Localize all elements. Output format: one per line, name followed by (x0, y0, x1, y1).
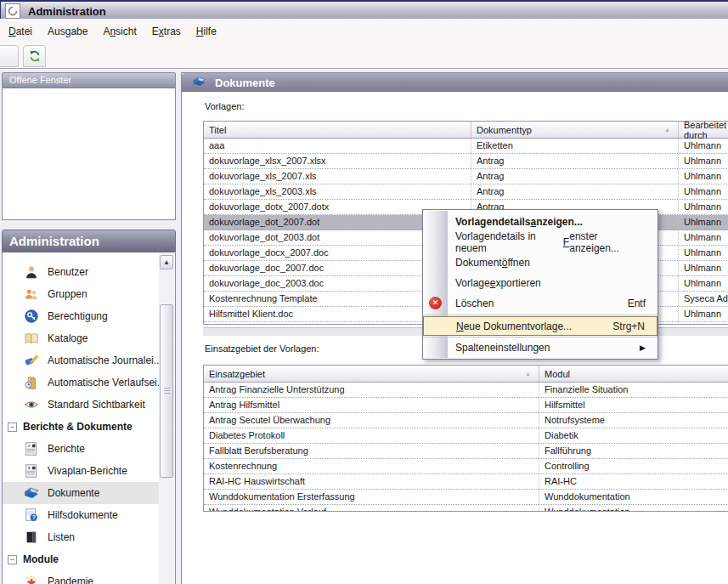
sidebar-item-label: Hilfsdokumente (48, 509, 118, 521)
sidebar-item-label: Automatische Journalei... (48, 354, 162, 366)
permission-icon (23, 308, 40, 325)
sidebar-item-berichte[interactable]: Berichte (3, 438, 159, 460)
sidebar-item-benutzer[interactable]: Benutzer (3, 261, 159, 283)
sidebar-item-label: Pandemie (48, 575, 93, 584)
column-header-einsatzgebiet[interactable]: Einsatzgebiet▲ (204, 366, 539, 382)
menu-item-vorlagendetails-neues-fenster[interactable]: Vorlagendetails in neuem Fenster anzeige… (423, 232, 657, 252)
sort-asc-icon: ▲ (525, 371, 531, 377)
vorlagen-label: Vorlagen: (205, 101, 244, 111)
scrollbar-up-arrow[interactable]: ▲ (160, 255, 173, 269)
sidebar-item-label: Automatische Verlaufsei... (48, 377, 166, 388)
sidebar-group-berichte-dokumente[interactable]: − Berichte & Dokumente (3, 416, 175, 438)
table-row[interactable]: Antrag Secutel ÜberwachungNotrufsysteme (204, 413, 728, 428)
table-row[interactable]: Fallblatt BerufsberatungFallführung (204, 444, 728, 459)
menu-item-loeschen[interactable]: ✕ Löschen Entf (423, 293, 657, 314)
sidebar-item-pandemie[interactable]: Pandemie (3, 570, 159, 584)
user-icon (23, 264, 40, 281)
sort-asc-icon: ▲ (664, 127, 670, 133)
menu-bar: Datei Ausgabe Ansicht Extras Hilfe (0, 19, 728, 44)
column-header-titel[interactable]: Titel (204, 122, 471, 138)
menu-item-vorlagendetails-anzeigen[interactable]: Vorlagendetails anzeigen... (423, 212, 657, 232)
collapse-icon[interactable]: − (8, 422, 17, 432)
menu-extras[interactable]: Extras (146, 23, 187, 40)
context-menu: Vorlagendetails anzeigen... Vorlagendeta… (422, 209, 658, 360)
table-row[interactable]: dokuvorlage_xls_2003.xlsAntragUhlmann (204, 184, 728, 200)
sidebar-item-label: Kataloge (48, 332, 87, 344)
shortcut-strg-n: Strg+N (612, 320, 645, 332)
open-windows-header-label: Offene Fenster (9, 75, 71, 85)
open-windows-header: Offene Fenster (2, 72, 176, 88)
sidebar-item-vivaplan-berichte[interactable]: Vivaplan-Berichte (3, 460, 159, 482)
scrollbar-thumb[interactable] (160, 304, 173, 478)
scrollbar-grip (164, 388, 170, 394)
table-row[interactable]: dokuvorlage_xls_2007.xlsAntragUhlmann (204, 169, 728, 184)
refresh-button[interactable] (23, 45, 46, 67)
delete-icon: ✕ (429, 297, 442, 309)
swirl-logo-icon (8, 6, 18, 16)
toolbar-button-blank[interactable] (0, 45, 19, 67)
table-row[interactable]: Diabetes ProtokollDiabetik (204, 428, 728, 444)
table-row[interactable]: KostenrechnungControlling (204, 459, 728, 474)
table-row[interactable]: Antrag Finanzielle UnterstützungFinanzie… (204, 383, 728, 398)
sidebar-item-dokumente[interactable]: Dokumente (3, 482, 159, 504)
window-title: Administration (28, 5, 106, 18)
pandemic-icon (23, 573, 40, 584)
menu-separator (423, 337, 657, 337)
usage-table-header: Einsatzgebiet▲ Modul (204, 366, 728, 383)
menu-item-spalteneinstellungen[interactable]: Spalteneinstellungen ▶ (423, 338, 657, 357)
shortcut-entf: Entf (628, 298, 646, 309)
refresh-icon (28, 49, 42, 63)
app-icon (5, 3, 20, 19)
toolbar-divider-highlight (0, 69, 728, 70)
sidebar-scrollbar[interactable]: ▲ (159, 252, 174, 584)
column-header-modul[interactable]: Modul (539, 366, 728, 382)
administration-panel-header: Administration (2, 230, 176, 252)
menu-ausgabe[interactable]: Ausgabe (42, 23, 93, 40)
collapse-icon[interactable]: − (8, 555, 17, 564)
sidebar-item-kataloge[interactable]: Kataloge (3, 327, 159, 349)
column-header-bearbeitet-durch[interactable]: Bearbeitet durch (679, 122, 728, 138)
sidebar-item-automatische-verlaufseintraege[interactable]: Automatische Verlaufsei... (3, 371, 159, 394)
page-title: Dokumente (215, 77, 275, 89)
sidebar-item-label: Berechtigung (48, 310, 108, 322)
sidebar-item-label: Gruppen (48, 288, 87, 300)
help-document-icon: ? (23, 507, 40, 524)
journal-icon (23, 352, 40, 369)
sidebar-item-listen[interactable]: Listen (3, 526, 159, 548)
einsatzgebiet-label: Einsatzgebiet der Vorlagen: (205, 343, 319, 354)
open-windows-list[interactable] (2, 88, 176, 220)
menu-item-dokument-oeffnen[interactable]: Dokument öffnen (423, 252, 657, 273)
sidebar-item-automatische-journaleintraege[interactable]: Automatische Journalei... (3, 349, 159, 371)
menu-item-neue-dokumentvorlage[interactable]: Neue Dokumentvorlage... Strg+N (423, 316, 657, 336)
dokumente-header: Dokumente (182, 73, 728, 92)
table-row[interactable]: Antrag HilfsmittelHilfsmittel (204, 398, 728, 413)
column-header-dokumenttyp[interactable]: Dokumenttyp▲ (471, 122, 679, 138)
sidebar-item-standard-sichtbarkeit[interactable]: Standard Sichtbarkeit (3, 394, 159, 416)
sidebar-group-module[interactable]: − Module (3, 548, 175, 570)
menu-separator (423, 315, 657, 315)
table-row[interactable]: Wunddokumentation VerlaufWunddokumentati… (204, 505, 728, 512)
sidebar-item-hilfsdokumente[interactable]: ? Hilfsdokumente (3, 504, 159, 526)
book-icon (192, 75, 206, 90)
sidebar-item-label: Listen (48, 531, 75, 543)
toolbar (0, 44, 728, 68)
binder-icon (23, 529, 40, 546)
table-row[interactable]: dokuvorlage_xlsx_2007.xlsxAntragUhlmann (204, 154, 728, 169)
menu-item-vorlage-exportieren[interactable]: Vorlage exportieren (423, 273, 657, 293)
table-row[interactable]: aaaEtikettenUhlmann (204, 139, 728, 154)
menu-datei[interactable]: Datei (3, 23, 38, 40)
sidebar-item-gruppen[interactable]: Gruppen (3, 283, 159, 305)
report-icon (23, 462, 40, 479)
table-row[interactable]: Wunddokumentation ErsterfassungWunddokum… (204, 490, 728, 505)
documents-icon (23, 485, 40, 502)
table-row[interactable]: RAI-HC HauswirtschaftRAI-HC (204, 474, 728, 490)
menu-ansicht[interactable]: Ansicht (97, 23, 142, 40)
sidebar-item-berechtigung[interactable]: Berechtigung (3, 305, 159, 327)
sidebar-group-label: Module (23, 553, 59, 565)
menu-hilfe[interactable]: Hilfe (190, 23, 223, 40)
eye-icon (23, 396, 40, 413)
usage-table: Einsatzgebiet▲ Modul Antrag Finanzielle … (203, 365, 728, 512)
sidebar-item-label: Standard Sichtbarkeit (48, 399, 145, 411)
catalog-icon (23, 330, 40, 347)
history-icon (23, 374, 40, 391)
